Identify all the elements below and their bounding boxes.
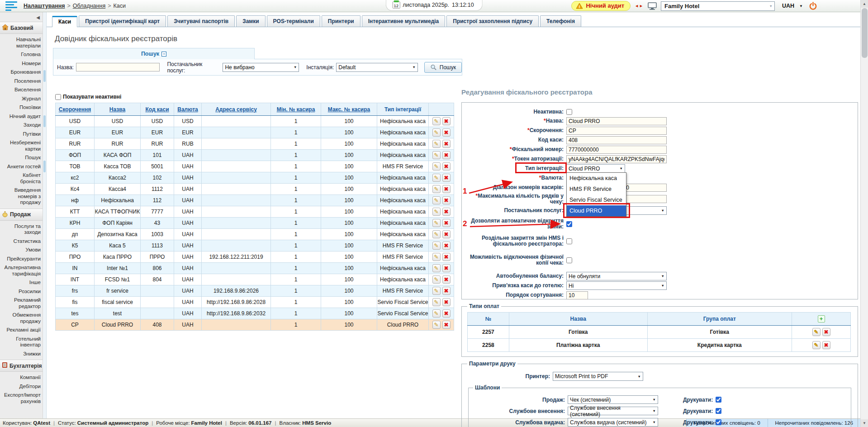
sidebar-item-Незбережені картки[interactable]: Незбережені картки (0, 140, 43, 152)
sidebar-item-Кабінет броніста[interactable]: Кабінет броніста (0, 172, 43, 185)
sidebar-item-Статистика[interactable]: Статистика (0, 238, 43, 245)
print-checkbox[interactable] (716, 397, 721, 403)
table-row[interactable]: кс2Касса2102UAH1100Нефіскальна каса✎✖ (56, 172, 454, 184)
sidebar-item-Рекламний редактор[interactable]: Рекламний редактор (0, 297, 43, 309)
edit-row-icon[interactable]: ✎ (432, 174, 441, 182)
delete-payment-icon[interactable]: ✖ (822, 328, 830, 336)
column-header-Назва[interactable]: Назва (95, 103, 141, 116)
sidebar-item-Головна[interactable]: Головна (0, 52, 43, 58)
power-icon[interactable] (809, 2, 817, 10)
delete-row-icon[interactable]: ✖ (442, 287, 451, 295)
edit-row-icon[interactable]: ✎ (432, 309, 441, 318)
sidebar-item-Пошук[interactable]: Пошук (0, 155, 43, 161)
sidebar-item-Прейскуранти[interactable]: Прейскуранти (0, 256, 43, 262)
sidebar-item-Обмеження продажу[interactable]: Обмеження продажу (0, 312, 43, 324)
dropdown-option-HMS FR Service[interactable]: HMS FR Service (567, 184, 626, 195)
breadcrumb-equipment[interactable]: Обладнання (73, 3, 105, 9)
sidebar-item-Виведення номерів з продажу[interactable]: Виведення номерів з продажу (0, 187, 43, 206)
table-row[interactable]: testestUAHhttp://192.168.9.86:20321100Se… (56, 308, 454, 319)
sidebar-item-Рекламні акції[interactable]: Рекламні акції (0, 327, 43, 333)
table-row[interactable]: Кс4Касса41112UAH1100Нефіскальна каса✎✖ (56, 184, 454, 195)
delete-row-icon[interactable]: ✖ (442, 242, 451, 250)
add-payment-icon[interactable]: + (818, 315, 825, 323)
delete-row-icon[interactable]: ✖ (442, 321, 451, 329)
dropdown-option-Cloud PRRO[interactable]: Cloud PRRO (567, 205, 626, 216)
table-row[interactable]: EUREUREUREUR1100Нефіскальна каса✎✖ (56, 127, 454, 138)
sidebar-item-Номери[interactable]: Номери (0, 61, 43, 67)
sidebar-item-Послуги та заходи[interactable]: Послуги та заходи (0, 223, 43, 236)
tab-Принтери[interactable]: Принтери (322, 15, 360, 27)
sidebar-item-Готельний інвентар[interactable]: Готельний інвентар (0, 336, 43, 348)
sidebar-item-Анкети гостей[interactable]: Анкети гостей (0, 164, 43, 170)
table-row[interactable]: ФОПКАСА ФОП101UAH1100Нефіскальна каса✎✖ (56, 150, 454, 161)
scroll-thumb[interactable] (862, 8, 868, 58)
template-select[interactable]: Службова видача (системний)▼ (568, 418, 658, 427)
delete-row-icon[interactable]: ✖ (442, 253, 451, 261)
collapse-icon[interactable]: − (161, 52, 166, 57)
delete-row-icon[interactable]: ✖ (442, 117, 451, 125)
delete-row-icon[interactable]: ✖ (442, 162, 451, 171)
sidebar-item-Умови[interactable]: Умови (0, 247, 43, 253)
auto-open-shift-checkbox[interactable] (566, 221, 572, 227)
edit-row-icon[interactable]: ✎ (432, 253, 441, 261)
sidebar-item-Бронювання[interactable]: Бронювання (0, 69, 43, 76)
print-checkbox[interactable] (716, 408, 721, 414)
table-row[interactable]: frsfr serviceUAH192.168.9.86:20261100HMS… (56, 285, 454, 297)
scroll-up-icon[interactable]: ▲ (861, 0, 868, 8)
table-row[interactable]: USDUSDUSDUSD1100Нефіскальна каса✎✖ (56, 116, 454, 127)
sidebar-item-Заходи[interactable]: Заходи (0, 122, 43, 128)
sidebar-collapse-icon[interactable]: ◀ (0, 12, 43, 22)
tab-Зчитувачі паспортів[interactable]: Зчитувачі паспортів (167, 15, 235, 27)
edit-row-icon[interactable]: ✎ (432, 185, 441, 193)
delete-row-icon[interactable]: ✖ (442, 151, 451, 159)
show-inactive-checkbox[interactable] (55, 94, 61, 100)
table-row[interactable]: дпДепозитна Каса1003UAH1100Нефіскальна к… (56, 229, 454, 240)
auth-token-input[interactable] (566, 155, 667, 163)
sidebar-item-Інше[interactable]: Інше (0, 280, 43, 286)
template-select[interactable]: Службове внесення (системний)▼ (568, 407, 658, 415)
delete-row-icon[interactable]: ✖ (442, 309, 451, 318)
delete-row-icon[interactable]: ✖ (442, 298, 451, 306)
column-header-Код каси[interactable]: Код каси (141, 103, 174, 116)
sidebar-item-Компанії[interactable]: Компанії (0, 375, 43, 381)
name-filter-input[interactable] (76, 63, 160, 71)
inactive-checkbox[interactable] (566, 109, 572, 115)
column-header-Адреса сервісу[interactable]: Адреса сервісу (202, 103, 271, 116)
tab-Телефонія[interactable]: Телефонія (540, 15, 581, 27)
disable-physical-copy-checkbox[interactable] (566, 257, 572, 263)
template-select[interactable]: Чек (системний)▼ (568, 395, 658, 404)
edit-row-icon[interactable]: ✎ (432, 321, 441, 329)
sidebar-section-Базовий[interactable]: Базовий (0, 22, 43, 34)
delete-row-icon[interactable]: ✖ (442, 275, 451, 284)
table-row[interactable]: ПРОКаса ПРРОПРРОUAH192.168.122.211:20191… (56, 251, 454, 263)
page-scrollbar[interactable]: ▲ ▼ (860, 0, 868, 427)
edit-row-icon[interactable]: ✎ (432, 196, 441, 204)
edit-row-icon[interactable]: ✎ (432, 208, 441, 216)
menu-icon[interactable] (5, 1, 19, 11)
table-row[interactable]: INInter №1806UAH1100Нефіскальна каса✎✖ (56, 263, 454, 274)
code-input[interactable] (566, 136, 667, 144)
fiscal-number-input[interactable] (566, 146, 667, 154)
delete-row-icon[interactable]: ✖ (442, 208, 451, 216)
column-header-Мін. № касира[interactable]: Мін. № касира (271, 103, 321, 116)
table-row[interactable]: КТТКАСА ТТФОПЧИК7777UAH1100Нефіскальна к… (56, 206, 454, 218)
tab-POS-термінали[interactable]: POS-термінали (267, 15, 320, 27)
swap-arrows-icon[interactable]: ◄► (635, 4, 644, 8)
search-panel-header[interactable]: Пошук − (53, 48, 255, 59)
sidebar-item-Знижки[interactable]: Знижки (0, 351, 43, 357)
edit-row-icon[interactable]: ✎ (432, 219, 441, 227)
integration-type-select[interactable]: Cloud PRRO▼ (566, 164, 625, 173)
sidebar-item-Нічний аудит[interactable]: Нічний аудит (0, 114, 43, 120)
table-row[interactable]: CPCloud PRRO408UAH1100Cloud PRRO✎✖ (56, 319, 454, 331)
sidebar-item-Експорт/Імпорт рахунків[interactable]: Експорт/Імпорт рахунків (0, 392, 43, 404)
sort-order-input[interactable] (566, 291, 588, 299)
edit-row-icon[interactable]: ✎ (432, 230, 441, 238)
table-row[interactable]: RURRURRURRUB1100Нефіскальна каса✎✖ (56, 138, 454, 150)
edit-row-icon[interactable]: ✎ (432, 242, 441, 250)
dropdown-option-Нефіскальна каса[interactable]: Нефіскальна каса (567, 173, 626, 184)
tab-Інтерактивне мультимедіа[interactable]: Інтерактивне мультимедіа (362, 15, 446, 27)
provider-filter-select[interactable]: Не вибрано▼ (223, 63, 299, 72)
tab-Пристрої захоплення підпису[interactable]: Пристрої захоплення підпису (446, 15, 539, 27)
print-checkbox[interactable] (716, 419, 721, 425)
edit-payment-icon[interactable]: ✎ (812, 341, 821, 349)
